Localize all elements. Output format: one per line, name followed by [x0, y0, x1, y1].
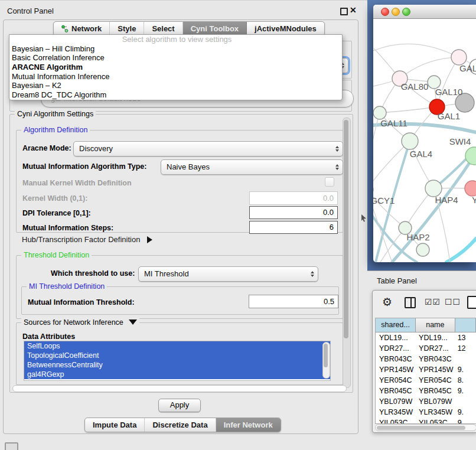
network-edge-thick[interactable] [392, 156, 474, 262]
table-scrollbar-thumb[interactable] [377, 426, 465, 430]
tab-select[interactable]: Select [144, 22, 182, 35]
table-cell: 8. [454, 375, 476, 386]
table-cell: 9. [454, 364, 476, 375]
data-attributes-list[interactable]: SelfLoopsTopologicalCoefficientBetweenne… [24, 341, 331, 381]
network-node[interactable] [416, 243, 429, 256]
table-cell: YDR27... [415, 343, 454, 354]
apply-button[interactable]: Apply [158, 399, 201, 412]
mi-steps-field[interactable]: 6 [249, 221, 338, 234]
aracne-mode-combobox[interactable]: Discovery [73, 141, 343, 156]
dropdown-item[interactable]: Bayesian – K2 [9, 81, 342, 90]
manual-kernel-checkbox[interactable] [325, 177, 334, 187]
column-management-icon[interactable] [405, 297, 416, 308]
dpi-tolerance-field[interactable]: 0.0 [249, 206, 338, 219]
attribute-list-item[interactable]: BetweennessCentrality [24, 360, 330, 370]
attribute-list-item[interactable]: SelfLoops [24, 341, 330, 351]
network-edge[interactable] [400, 57, 459, 79]
cyni-algorithm-settings-group: Cyni Algorithm Settings Algorithm Defini… [9, 114, 353, 393]
network-node-hap4[interactable] [425, 180, 442, 197]
tab-style[interactable]: Style [110, 22, 144, 35]
tab-discretize-data[interactable]: Discretize Data [145, 418, 216, 432]
hub-definition-toggle[interactable]: Hub/Transcription Factor Definition [22, 235, 152, 244]
attributes-scrollbar-thumb[interactable] [324, 344, 328, 367]
attribute-list-item[interactable]: gal4RGexp [24, 370, 330, 379]
table-row[interactable]: YBR045CYBR045C9. [376, 386, 476, 396]
network-tab-icon [61, 25, 69, 32]
table-cell: 9. [454, 407, 476, 418]
network-edge[interactable] [373, 141, 410, 190]
network-node-y[interactable] [465, 181, 476, 196]
network-window-titlebar[interactable] [373, 5, 476, 19]
tab-cyni-toolbox[interactable]: Cyni Toolbox [183, 22, 247, 35]
dropdown-item[interactable]: Basic Correlation Inference [9, 53, 342, 63]
sources-group: Sources for Network Inference Data Attri… [16, 322, 343, 385]
table-row[interactable]: YPR145WYPR145W9. [376, 364, 476, 375]
network-node-label: GAL4 [410, 149, 432, 159]
which-threshold-label: Which threshold to use: [51, 269, 135, 278]
mi-type-combobox[interactable]: Naive Bayes [161, 159, 343, 175]
dropdown-item[interactable]: ARACNE Algorithm [9, 63, 342, 72]
tab-network[interactable]: Network [54, 22, 110, 35]
table-panel-window: ⚙ ☑☑ ☐☐ shared...name YDL19...YDL19...13… [372, 290, 476, 433]
algorithm-dropdown-popup: Select algorithm to view settingsBayesia… [9, 34, 343, 100]
table-row[interactable]: YBR043CYBR043C [376, 354, 476, 364]
network-edge[interactable] [373, 44, 459, 57]
window-close-icon[interactable] [381, 8, 389, 16]
table-cell: YER054C [415, 375, 454, 386]
network-edge-thick[interactable] [446, 239, 476, 262]
table-row[interactable]: YER054CYER054C8. [376, 375, 476, 386]
minimized-panel-icon[interactable] [5, 442, 18, 450]
network-edge[interactable] [380, 107, 437, 113]
table-cell: YLR345W [415, 407, 454, 418]
close-panel-icon[interactable]: ✕ [350, 5, 357, 15]
network-node-label: Y [472, 195, 476, 205]
table-row[interactable]: YBL079WYBL079W [376, 396, 476, 407]
kernel-width-label: Kernel Width (0,1): [22, 194, 87, 203]
network-node-gal4[interactable] [402, 133, 418, 149]
table-horizontal-scrollbar[interactable] [375, 424, 476, 431]
network-canvas[interactable]: GALGAL80GAL10GAL1GAL11GAL4SWI4GCY1HAP4YH… [373, 18, 476, 262]
window-minimize-icon[interactable] [392, 8, 400, 16]
new-table-icon[interactable] [467, 296, 476, 309]
column-header[interactable]: shared... [376, 318, 416, 332]
attributes-list-scrollbar[interactable] [322, 342, 330, 379]
table-panel-title: Table Panel [377, 276, 417, 285]
table-cell: YBL079W [376, 396, 415, 407]
which-threshold-combobox[interactable]: MI Threshold [138, 266, 318, 282]
tab-infer-network[interactable]: Infer Network [216, 418, 281, 432]
tab-label: Infer Network [224, 419, 273, 432]
unselect-all-columns-icon[interactable]: ☐☐ [445, 297, 461, 306]
table-settings-gear-icon[interactable]: ⚙ [382, 295, 392, 309]
table-row[interactable]: YDL19...YDL19...13 [376, 332, 476, 343]
settings-vertical-scrollbar[interactable] [343, 118, 351, 388]
table-row[interactable]: YLR345WYLR345W9. [376, 407, 476, 418]
dropdown-item[interactable]: Bayesian – Hill Climbing [9, 44, 342, 54]
table-row[interactable]: YIL053CYIL053C9 [376, 418, 476, 424]
expanded-arrow-icon[interactable] [129, 319, 137, 325]
tab-impute-data[interactable]: Impute Data [85, 418, 145, 432]
dropdown-item[interactable]: Mutual Information Inference [9, 72, 342, 81]
table-cell: YDL19... [415, 332, 454, 343]
combo-arrows-icon [335, 146, 339, 152]
mi-threshold-field[interactable]: 0.5 [249, 295, 338, 308]
table-cell: 13 [454, 332, 476, 343]
tab-jactivemnodules[interactable]: jActiveMNodules [247, 22, 324, 35]
mi-threshold-group-title: MI Threshold Definition [27, 282, 107, 291]
attribute-list-item[interactable]: TopologicalCoefficient [24, 351, 330, 360]
select-all-columns-icon[interactable]: ☑☑ [425, 297, 441, 306]
table-cell [454, 354, 476, 364]
settings-scrollbar-thumb[interactable] [344, 120, 348, 338]
network-node-swi4[interactable] [465, 147, 476, 165]
kernel-width-field[interactable]: 0.0 [249, 191, 338, 205]
network-view-window[interactable]: GALGAL80GAL10GAL1GAL11GAL4SWI4GCY1HAP4YH… [373, 5, 476, 262]
dropdown-item[interactable]: Dream8 DC_TDC Algorithm [9, 90, 342, 100]
window-zoom-icon[interactable] [402, 8, 410, 16]
float-panel-icon[interactable] [340, 8, 348, 15]
table-row[interactable]: YDR27...YDR27...12 [376, 343, 476, 354]
column-header[interactable] [455, 318, 476, 332]
table-cell: YDR27... [376, 343, 415, 354]
mi-type-value: Naive Bayes [167, 162, 210, 171]
network-node-gal11[interactable] [373, 106, 386, 119]
column-header[interactable]: name [416, 318, 455, 332]
settings-horizontal-scrollbar[interactable] [12, 385, 347, 392]
